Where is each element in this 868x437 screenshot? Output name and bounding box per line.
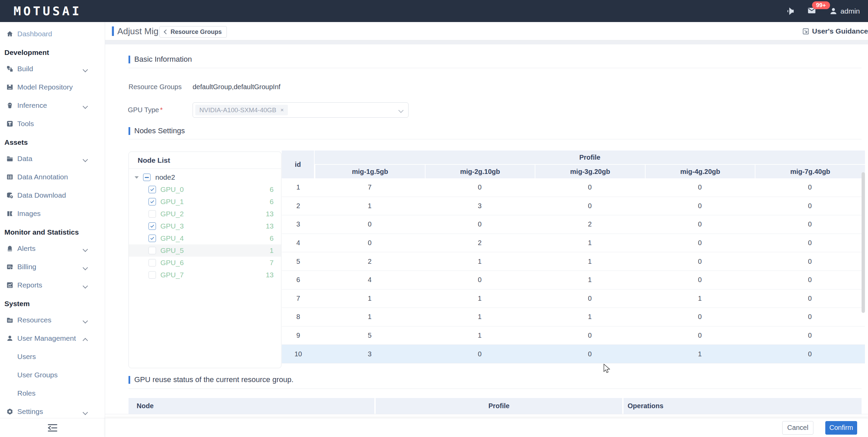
divider	[105, 414, 868, 414]
mig-7g40gb-cell: 0	[755, 220, 865, 228]
mig-table-header: id Profile mig-1g.5gbmig-2g.10gbmig-3g.2…	[282, 151, 865, 178]
row-id-cell: 2	[282, 202, 315, 210]
mig-table-row[interactable]: 5 2 1 1 0 0	[282, 252, 865, 271]
sidebar-item-dashboard[interactable]: Dashboard	[0, 25, 105, 43]
tag-remove-icon[interactable]: ×	[280, 107, 284, 114]
gpu-checkbox[interactable]	[149, 235, 156, 242]
tree-node-parent[interactable]: node2	[129, 171, 281, 183]
billing-icon	[6, 263, 14, 271]
gpu-tree-row[interactable]: GPU_1 6	[129, 196, 281, 208]
gpu-checkbox[interactable]	[149, 198, 156, 205]
sidebar-item-label: Inference	[17, 101, 47, 110]
chevron-down-icon	[83, 410, 88, 415]
sidebar-item-tools[interactable]: Tools	[0, 115, 105, 133]
row-id-cell: 4	[282, 239, 315, 247]
sidebar-item-model-repository[interactable]: Model Repository	[0, 78, 105, 96]
caret-down-icon[interactable]	[135, 176, 139, 179]
mig-2g10gb-cell: 1	[425, 295, 535, 302]
page-title: Adjust Mig	[117, 26, 158, 37]
mig-1g5gb-cell: 0	[315, 220, 425, 228]
gpu-checkbox[interactable]	[149, 247, 156, 254]
sidebar-item-inference[interactable]: Inference	[0, 96, 105, 115]
gpu-tree-row[interactable]: GPU_2 13	[129, 208, 281, 220]
mig-table-row[interactable]: 4 0 2 1 0 0	[282, 234, 865, 253]
mig-table-row[interactable]: 8 1 1 1 0 0	[282, 308, 865, 326]
sidebar-item-resources[interactable]: Resources	[0, 311, 105, 329]
gpu-type-select[interactable]: NVIDIA-A100-SXM4-40GB ×	[193, 102, 409, 118]
mig-7g40gb-cell: 0	[755, 313, 865, 321]
mig-table-row[interactable]: 3 0 0 2 0 0	[282, 215, 865, 234]
gpu-checkbox[interactable]	[149, 271, 156, 279]
resource-groups-label: Resource Groups	[129, 83, 182, 91]
sidebar-item-reports[interactable]: Reports	[0, 276, 105, 294]
sidebar-item-build[interactable]: Build	[0, 60, 105, 78]
gpu-tree-row[interactable]: GPU_5 1	[129, 244, 281, 257]
sidebar-item-roles[interactable]: Roles	[0, 384, 105, 402]
mig-1g5gb-cell: 1	[315, 202, 425, 210]
table-scrollbar-thumb[interactable]	[862, 172, 865, 313]
messages-button[interactable]: 99+	[807, 6, 816, 16]
section-title-text: Basic Information	[134, 55, 192, 64]
row-id-cell: 9	[282, 332, 315, 339]
chevron-down-icon	[83, 104, 88, 109]
mig-table-row[interactable]: 10 3 0 0 1 0	[282, 345, 865, 363]
mig-1g5gb-cell: 7	[315, 183, 425, 191]
gpu-tree-row[interactable]: GPU_0 6	[129, 183, 281, 196]
menu-fold-icon	[47, 423, 58, 432]
section-accent-bar	[129, 127, 130, 135]
profile-column-header: mig-2g.10gb	[425, 165, 535, 178]
gpu-checkbox[interactable]	[149, 222, 156, 230]
sidebar-item-data-download[interactable]: Data Download	[0, 186, 105, 204]
gpu-tree-row[interactable]: GPU_7 13	[129, 269, 281, 281]
sidebar-item-label: Data	[17, 155, 32, 163]
mig-4g20gb-cell: 0	[645, 313, 755, 321]
gpu-tree-row[interactable]: GPU_3 13	[129, 220, 281, 232]
row-id-cell: 8	[282, 313, 315, 321]
mig-table-row[interactable]: 9 5 1 0 0 0	[282, 326, 865, 345]
divider	[129, 139, 862, 139]
sidebar-item-user-groups[interactable]: User Groups	[0, 366, 105, 384]
resource-groups-value: defaultGroup,defaultGroupInf	[193, 83, 280, 91]
sidebar-item-label: User Groups	[17, 371, 58, 379]
sidebar-item-alerts[interactable]: Alerts	[0, 239, 105, 258]
back-to-resource-groups-button[interactable]: Resource Groups	[159, 26, 227, 38]
cancel-button[interactable]: Cancel	[782, 421, 813, 435]
sidebar-item-data[interactable]: Data	[0, 150, 105, 168]
sidebar-item-data-annotation[interactable]: Data Annotation	[0, 168, 105, 186]
header-content-gap	[105, 40, 868, 44]
sidebar-item-user-management[interactable]: User Management	[0, 329, 105, 347]
sidebar-item-images[interactable]: Images	[0, 204, 105, 223]
reports-icon	[6, 281, 14, 289]
gpu-count: 6	[270, 234, 274, 242]
sidebar-section-development: Development	[0, 43, 105, 60]
mig-4g20gb-cell: 0	[645, 258, 755, 265]
gpu-count: 13	[266, 210, 274, 218]
mig-table-row[interactable]: 2 1 3 0 0 0	[282, 197, 865, 216]
mig-3g20gb-cell: 0	[535, 202, 645, 210]
sidebar-item-users[interactable]: Users	[0, 347, 105, 366]
mig-4g20gb-cell: 0	[645, 332, 755, 339]
gpu-tree-row[interactable]: GPU_6 7	[129, 257, 281, 269]
users-guidance-link[interactable]: User's Guidance	[802, 27, 868, 35]
announcement-icon[interactable]	[786, 7, 794, 16]
gpu-checkbox[interactable]	[149, 259, 156, 266]
sidebar-item-label: Build	[17, 65, 33, 73]
folder-icon	[6, 155, 14, 162]
bell-icon	[6, 245, 14, 252]
sidebar-item-billing[interactable]: Billing	[0, 258, 105, 276]
confirm-button[interactable]: Confirm	[825, 421, 857, 435]
footer-action-bar: Cancel Confirm	[105, 418, 868, 437]
gpu-checkbox[interactable]	[149, 186, 156, 193]
parent-checkbox-indeterminate[interactable]	[143, 174, 151, 181]
mig-7g40gb-cell: 0	[755, 350, 865, 358]
sidebar-collapse-button[interactable]	[0, 418, 105, 437]
gpu-tree-row[interactable]: GPU_4 6	[129, 232, 281, 244]
mig-table-row[interactable]: 6 4 0 1 0 0	[282, 271, 865, 290]
operations-column-header: Operations	[622, 398, 862, 414]
mig-table-row[interactable]: 1 7 0 0 0 0	[282, 178, 865, 197]
gpu-checkbox[interactable]	[149, 210, 156, 218]
user-menu[interactable]: admin	[829, 7, 860, 16]
mig-table-row[interactable]: 7 1 1 0 1 0	[282, 290, 865, 308]
profile-group-header: Profile	[315, 151, 865, 165]
sidebar-item-label: Data Download	[17, 191, 66, 199]
